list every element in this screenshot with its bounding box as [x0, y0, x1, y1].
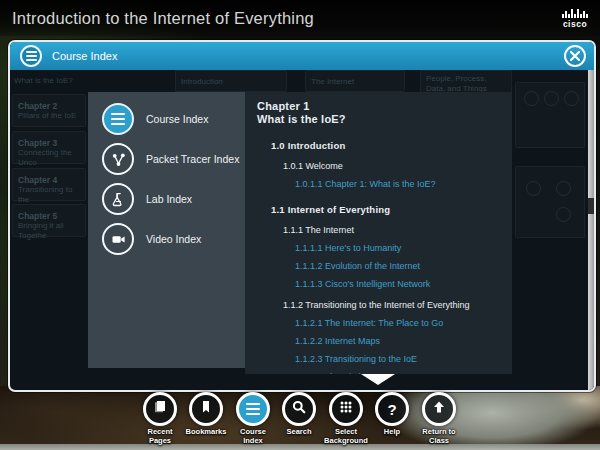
toolbar-return-to-class-button[interactable]: Return to Class: [409, 392, 469, 445]
dimmed-section-label: Introduction: [176, 71, 286, 87]
menu-icon[interactable]: [20, 45, 42, 67]
dimmed-chapter-card: Chapter 4 Transitioning to the: [12, 168, 86, 201]
bookmark-icon: [198, 399, 214, 419]
bottom-toolbar: Recent Pages Bookmarks Course Index Sear…: [0, 392, 600, 450]
top-header-bar: Introduction to the Internet of Everythi…: [0, 0, 600, 36]
question-mark-icon: ?: [387, 402, 396, 417]
recent-pages-book-icon: [152, 399, 168, 419]
index-page-link[interactable]: 1.1.2.3 Transitioning to the IoE: [257, 354, 512, 365]
close-icon[interactable]: [564, 45, 586, 67]
menu-lines-icon: [246, 403, 260, 416]
cisco-bars-icon: [562, 8, 588, 18]
index-page-link[interactable]: 1.1.1.3 Cisco's Intelligent Network: [257, 279, 512, 290]
modal-scrollbar[interactable]: [588, 70, 594, 390]
modal-header: Course Index: [10, 42, 594, 70]
dimmed-section-card: The Internet: [305, 70, 405, 92]
toolbar-label: Return to Class: [409, 428, 469, 445]
dimmed-chapter-card: Chapter 2 Pillars of the IoE: [12, 94, 86, 127]
course-index-modal: Course Index Introduction The Internet P…: [8, 40, 596, 392]
index-page-link[interactable]: 1.0.1.1 Chapter 1: What is the IoE?: [257, 179, 512, 190]
chapter-heading-line2: What is the IoE?: [257, 113, 512, 126]
sidebar-item-course-index[interactable]: Course Index: [102, 102, 245, 136]
dimmed-chapter-card: Chapter 3 Connecting the Unco: [12, 131, 86, 164]
lab-flask-icon: [102, 183, 134, 215]
sidebar-item-label: Packet Tracer Index: [146, 153, 239, 165]
index-content-panel: Chapter 1 What is the IoE? 1.0 Introduct…: [245, 92, 512, 374]
sidebar-item-video-index[interactable]: Video Index: [102, 222, 245, 256]
index-page-link[interactable]: 1.1.1.2 Evolution of the Internet: [257, 261, 512, 272]
modal-title: Course Index: [52, 50, 564, 62]
dimmed-media-card: [515, 82, 585, 148]
dimmed-chapter-subtitle: Connecting the Unco: [18, 148, 80, 168]
dimmed-section-card: Introduction: [175, 70, 287, 92]
dimmed-chapter-title: Chapter 5: [18, 211, 80, 221]
video-camera-icon: [102, 223, 134, 255]
menu-lines-icon: [102, 103, 134, 135]
dimmed-section-label: People, Process, Data, and Things: [421, 71, 511, 94]
dimmed-chapter-subtitle: Pillars of the IoE: [18, 111, 80, 121]
course-title: Introduction to the Internet of Everythi…: [12, 9, 562, 28]
scrollbar-handle[interactable]: [588, 198, 594, 214]
sidebar-item-label: Video Index: [146, 233, 201, 245]
modal-body: Introduction The Internet People, Proces…: [10, 70, 594, 390]
cisco-logo: cisco: [562, 8, 588, 29]
dimmed-chapter-subtitle: Transitioning to the: [18, 185, 80, 205]
dimmed-chapter-title: Chapter 3: [18, 138, 80, 148]
sidebar-item-packet-tracer-index[interactable]: Packet Tracer Index: [102, 142, 245, 176]
search-icon: [291, 399, 307, 419]
index-page-link[interactable]: 1.1.1.1 Here's to Humanity: [257, 243, 512, 254]
dimmed-chapter-card: Chapter 5 Bringing it all Togethe: [12, 204, 86, 237]
sidebar-item-label: Lab Index: [146, 193, 192, 205]
index-topic: 1.0.1 Welcome: [257, 161, 512, 172]
cisco-wordmark: cisco: [563, 19, 587, 29]
dimmed-media-card: [515, 166, 585, 238]
sidebar-item-label: Course Index: [146, 113, 208, 125]
index-page-link[interactable]: 1.1.2.2 Internet Maps: [257, 336, 512, 347]
index-sidebar: Course Index Packet Tracer Index Lab Ind…: [88, 92, 245, 368]
scroll-down-arrow[interactable]: [361, 374, 395, 385]
chapter-heading-line1: Chapter 1: [257, 100, 512, 113]
index-topic: 1.1.1 The Internet: [257, 225, 512, 236]
sidebar-item-lab-index[interactable]: Lab Index: [102, 182, 245, 216]
packet-tracer-branch-icon: [102, 143, 134, 175]
dimmed-chapter-title: Chapter 4: [18, 175, 80, 185]
up-arrow-icon: [431, 399, 447, 419]
dimmed-chapter-subtitle: Bringing it all Togethe: [18, 221, 80, 241]
index-section: 1.0 Introduction: [257, 140, 512, 151]
index-topic: 1.1.2 Transitioning to the Internet of E…: [257, 300, 512, 311]
dimmed-chapter-subtitle: What is the IoE?: [14, 76, 86, 86]
screen: Introduction to the Internet of Everythi…: [0, 0, 600, 450]
dimmed-section-label: The Internet: [306, 71, 404, 87]
index-page-link[interactable]: 1.1.2.1 The Internet: The Place to Go: [257, 318, 512, 329]
grid-dots-icon: [338, 399, 354, 419]
dimmed-chapter-title: Chapter 2: [18, 101, 80, 111]
index-section: 1.1 Internet of Everything: [257, 204, 512, 215]
